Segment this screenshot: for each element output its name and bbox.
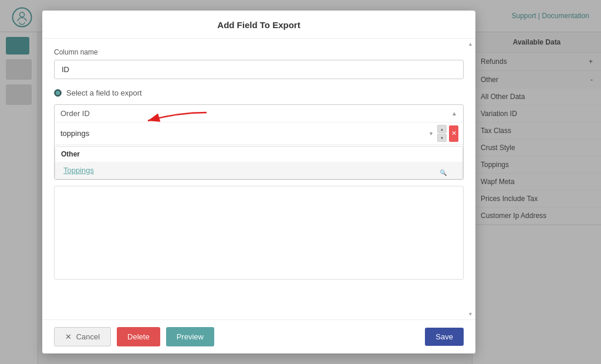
select-control-btns: ▴ ▾ — [437, 125, 447, 142]
select-down-btn[interactable]: ▾ — [437, 134, 447, 142]
select-dropdown: Other Toppings — [55, 146, 463, 179]
cancel-button[interactable]: ✕ Cancel — [54, 327, 111, 346]
filter-caret-icon: ▼ — [428, 131, 434, 137]
delete-button[interactable]: Delete — [117, 327, 160, 346]
select-search-input[interactable] — [59, 127, 426, 140]
cancel-x-icon: ✕ — [65, 332, 72, 341]
column-name-label: Column name — [54, 48, 464, 56]
empty-content-area — [54, 186, 464, 280]
preview-button[interactable]: Preview — [166, 327, 214, 346]
select-field-radio-label: Select a field to export — [66, 89, 142, 97]
select-top-arrow-icon: ▲ — [451, 110, 457, 117]
dropdown-item-toppings[interactable]: Toppings — [55, 162, 462, 179]
select-top-row[interactable]: Order ID ▲ — [55, 105, 463, 123]
scroll-down-indicator[interactable]: ▼ — [468, 311, 473, 317]
search-icon: 🔍 — [440, 169, 447, 176]
scroll-up-indicator[interactable]: ▲ — [468, 41, 473, 47]
select-search-row: ▼ ▴ ▾ ✕ 🔍 — [55, 123, 463, 145]
modal-header: Add Field To Export — [42, 11, 475, 39]
select-top-value: Order ID — [60, 109, 451, 118]
select-field-radio[interactable] — [54, 89, 62, 97]
save-button[interactable]: Save — [425, 328, 464, 346]
select-field-radio-group: Select a field to export — [54, 89, 464, 97]
select-up-btn[interactable]: ▴ — [437, 125, 447, 133]
column-name-input[interactable] — [54, 60, 464, 79]
modal-footer: ✕ Cancel Delete Preview Save — [42, 319, 475, 353]
select-field-container: Order ID ▲ ▼ ▴ ▾ ✕ 🔍 Other Toppings — [54, 104, 464, 180]
footer-left-buttons: ✕ Cancel Delete Preview — [54, 327, 214, 346]
select-clear-btn[interactable]: ✕ — [449, 125, 458, 142]
modal-title: Add Field To Export — [217, 20, 300, 30]
dropdown-group-label: Other — [55, 147, 462, 162]
modal-body[interactable]: ▲ Column name Select a field to export O… — [42, 39, 475, 319]
modal-dialog: Add Field To Export ▲ Column name Select… — [42, 11, 475, 353]
column-name-group: Column name — [54, 48, 464, 79]
cancel-label: Cancel — [76, 332, 100, 341]
